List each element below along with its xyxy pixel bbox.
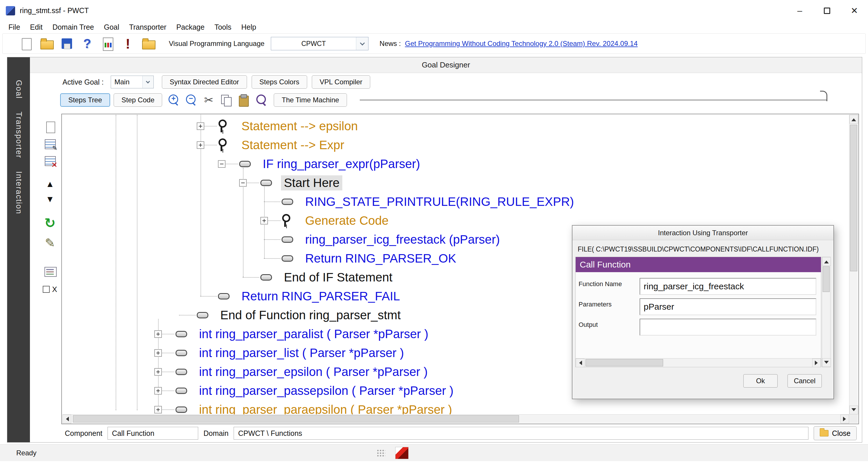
menu-tools[interactable]: Tools — [210, 21, 236, 33]
tree-row-label[interactable]: Generate Code — [302, 213, 392, 228]
parameters-input[interactable] — [640, 298, 816, 315]
refresh-icon[interactable] — [42, 215, 58, 231]
delete-table-icon[interactable] — [42, 153, 58, 168]
tree-row-label[interactable]: End of IF Statement — [281, 270, 396, 285]
function-name-input[interactable] — [640, 278, 816, 295]
find-icon[interactable] — [253, 93, 269, 107]
tree-row[interactable]: Statement --> epsilon — [62, 117, 849, 136]
scroll-up-button[interactable] — [822, 257, 831, 266]
scroll-down-button[interactable] — [849, 406, 858, 414]
run-icon[interactable] — [121, 36, 135, 51]
close-window-button[interactable]: ✕ — [841, 0, 868, 21]
close-button[interactable]: Close — [814, 426, 857, 440]
tree-row-label[interactable]: IF ring_parser_expr(pParser) — [260, 156, 423, 172]
output-input[interactable] — [640, 319, 816, 335]
edit-interaction-icon[interactable] — [42, 235, 58, 250]
scrollbar-thumb[interactable] — [73, 415, 519, 422]
tree-row[interactable]: Start Here — [62, 173, 849, 192]
minimize-button[interactable]: – — [786, 0, 813, 21]
tab-steps-tree[interactable]: Steps Tree — [60, 93, 110, 107]
menu-file[interactable]: File — [3, 21, 25, 33]
zoom-in-icon[interactable] — [166, 93, 181, 107]
tree-row-label[interactable]: int ring_parser_paraepsilon ( Parser *pP… — [196, 402, 455, 415]
menu-edit[interactable]: Edit — [25, 21, 48, 33]
maximize-button[interactable] — [813, 0, 841, 21]
expander-icon[interactable] — [239, 179, 247, 187]
active-goal-combo[interactable]: Main — [111, 76, 154, 88]
expander-icon[interactable] — [154, 406, 162, 413]
combo-dropdown-icon[interactable] — [143, 76, 153, 88]
scroll-left-button[interactable] — [62, 415, 71, 423]
cancel-button[interactable]: Cancel — [787, 374, 822, 388]
expander-icon[interactable] — [260, 217, 268, 225]
dialog-horizontal-scrollbar[interactable] — [576, 358, 821, 367]
expander-icon[interactable] — [218, 160, 225, 168]
tree-row-label[interactable]: Start Here — [281, 175, 342, 190]
move-up-icon[interactable] — [42, 176, 58, 192]
tree-vertical-scrollbar[interactable] — [849, 115, 858, 414]
report-icon[interactable] — [100, 36, 115, 51]
properties-icon[interactable] — [42, 264, 58, 279]
tree-row-label[interactable]: Return RING_PARSER_OK — [302, 251, 459, 266]
tree-row-label[interactable]: ring_parser_icg_freestack (pParser) — [302, 232, 503, 247]
tree-row-label[interactable]: RING_STATE_PRINTRULE(RING_RULE_EXPR) — [302, 194, 577, 209]
scrollbar-track[interactable] — [822, 266, 830, 358]
menu-transporter[interactable]: Transporter — [124, 21, 171, 33]
tree-row[interactable]: int ring_parser_paraepsilon ( Parser *pP… — [62, 400, 849, 414]
menu-package[interactable]: Package — [172, 21, 210, 33]
tree-horizontal-scrollbar[interactable] — [62, 414, 849, 423]
tree-row[interactable]: IF ring_parser_expr(pParser) — [62, 154, 849, 173]
expander-icon[interactable] — [154, 387, 162, 394]
new-step-icon[interactable] — [42, 119, 58, 135]
vpl-compiler-button[interactable]: VPL Compiler — [312, 75, 370, 89]
move-down-icon[interactable] — [42, 192, 58, 207]
tree-row[interactable]: Statement --> Expr — [62, 136, 849, 154]
side-tab-goal[interactable]: Goal — [14, 80, 23, 99]
combo-dropdown-icon[interactable] — [356, 37, 368, 50]
package-icon[interactable] — [141, 36, 155, 51]
scrollbar-track[interactable] — [71, 415, 840, 423]
tree-row-label[interactable]: int ring_parser_epsilon ( Parser *pParse… — [196, 364, 431, 379]
tree-row-label[interactable]: Return RING_PARSER_FAIL — [239, 289, 403, 304]
tree-row-label[interactable]: int ring_parser_passepsilon ( Parser *pP… — [196, 383, 456, 398]
side-tab-transporter[interactable]: Transporter — [14, 112, 23, 158]
paste-icon[interactable] — [236, 93, 251, 107]
copy-icon[interactable] — [219, 93, 234, 107]
news-link[interactable]: Get Programming Without Coding Technolog… — [405, 39, 638, 48]
scrollbar-thumb[interactable] — [850, 125, 857, 271]
menu-help[interactable]: Help — [236, 21, 261, 33]
time-machine-button[interactable]: The Time Machine — [274, 93, 347, 107]
scroll-down-button[interactable] — [822, 358, 831, 367]
edit-table-icon[interactable] — [42, 136, 58, 151]
cut-icon[interactable] — [201, 93, 216, 107]
open-file-icon[interactable] — [39, 36, 54, 51]
dialog-vertical-scrollbar[interactable] — [822, 257, 831, 367]
expander-icon[interactable] — [197, 141, 204, 149]
tree-row-label[interactable]: Statement --> epsilon — [239, 119, 361, 134]
expander-icon[interactable] — [154, 368, 162, 376]
scroll-right-button[interactable] — [812, 358, 821, 367]
tree-row[interactable]: RING_STATE_PRINTRULE(RING_RULE_EXPR) — [62, 192, 849, 211]
syntax-directed-editor-button[interactable]: Syntax Directed Editor — [162, 75, 247, 89]
expander-icon[interactable] — [154, 349, 162, 357]
tree-row-label[interactable]: int ring_parser_paralist ( Parser *pPars… — [196, 326, 431, 342]
ok-button[interactable]: Ok — [743, 374, 778, 388]
expander-icon[interactable] — [154, 330, 162, 338]
new-file-icon[interactable] — [19, 36, 33, 51]
scroll-right-button[interactable] — [840, 415, 849, 423]
side-tab-interaction[interactable]: Interaction — [14, 171, 23, 214]
zoom-out-icon[interactable] — [184, 93, 199, 107]
scrollbar-track[interactable] — [849, 124, 858, 406]
vpl-combo[interactable]: CPWCT — [271, 37, 369, 50]
scroll-left-button[interactable] — [576, 358, 584, 367]
save-file-icon[interactable] — [60, 36, 74, 51]
help-icon[interactable] — [80, 36, 94, 51]
scrollbar-thumb[interactable] — [586, 359, 663, 367]
expander-icon[interactable] — [197, 122, 204, 130]
scroll-up-button[interactable] — [849, 115, 858, 124]
menu-domain-tree[interactable]: Domain Tree — [48, 21, 99, 33]
scrollbar-track[interactable] — [584, 358, 812, 367]
tab-step-code[interactable]: Step Code — [114, 93, 162, 107]
tree-row-label[interactable]: Statement --> Expr — [239, 138, 347, 153]
dialog-titlebar[interactable]: Interaction Using Transporter — [572, 226, 833, 240]
